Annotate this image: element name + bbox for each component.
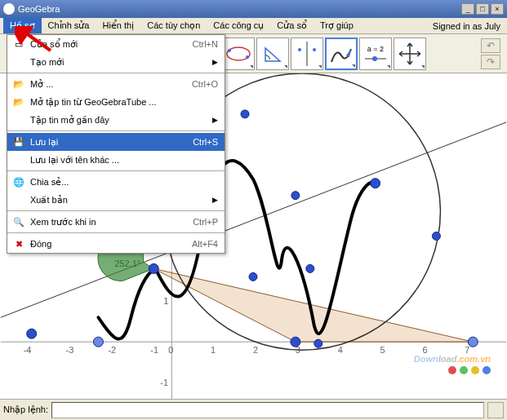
folder-open-icon: 📂 <box>11 95 27 108</box>
x-axis-ticks: -4 -3 -2 -1 0 1 2 3 4 5 6 7 <box>24 345 470 355</box>
svg-text:4: 4 <box>338 345 343 355</box>
input-bar: Nhập lệnh: <box>0 399 507 420</box>
input-help-button[interactable] <box>487 402 504 418</box>
menu-hienthi[interactable]: Hiển thị <box>96 18 140 33</box>
input-label: Nhập lệnh: <box>3 405 48 415</box>
svg-text:5: 5 <box>380 345 385 355</box>
redo-button[interactable]: ↷ <box>481 55 500 69</box>
menu-print-preview[interactable]: 🔍 Xem trước khi in Ctrl+P <box>7 213 225 231</box>
watermark: Download.com.vn <box>414 347 491 366</box>
svg-text:-2: -2 <box>108 345 116 355</box>
svg-text:-4: -4 <box>24 345 32 355</box>
point[interactable] <box>371 179 380 188</box>
svg-text:-3: -3 <box>66 345 74 355</box>
app-title: GeoGebra <box>18 4 60 14</box>
tool-conic[interactable] <box>222 38 255 70</box>
command-input[interactable] <box>51 402 484 418</box>
folder-open-icon: 📂 <box>11 77 27 91</box>
svg-text:0: 0 <box>168 345 173 355</box>
point[interactable] <box>314 339 322 347</box>
window-new-icon: ▭ <box>11 38 27 51</box>
menu-share[interactable]: 🌐 Chia sẻ... <box>7 173 225 191</box>
menu-congcu[interactable]: Các công cụ <box>207 18 270 33</box>
window-controls: _ □ × <box>461 3 504 15</box>
menu-separator <box>7 73 225 73</box>
angle-label: 252.1° <box>114 259 140 268</box>
preview-icon: 🔍 <box>11 215 27 228</box>
minimize-button[interactable]: _ <box>461 3 474 15</box>
watermark-dots <box>448 366 491 374</box>
svg-text:2: 2 <box>253 345 258 355</box>
tool-slider[interactable]: a = 2 <box>359 38 392 70</box>
submenu-arrow-icon: ▶ <box>212 58 221 66</box>
svg-text:1: 1 <box>211 345 216 355</box>
menu-new-window[interactable]: ▭ Cửa sổ mới Ctrl+N <box>7 35 225 53</box>
menu-save-as[interactable]: Lưu lại với tên khác ... <box>7 151 225 169</box>
point[interactable] <box>149 263 158 273</box>
tool-angle[interactable] <box>256 38 289 70</box>
point[interactable] <box>27 329 37 338</box>
svg-point-2 <box>246 55 249 59</box>
menu-export[interactable]: Xuất bản ▶ <box>7 191 225 209</box>
menu-open[interactable]: 📂 Mở ... Ctrl+O <box>7 75 225 93</box>
triangle-poly[interactable] <box>153 268 473 342</box>
menu-separator <box>7 210 225 211</box>
undo-button[interactable]: ↶ <box>481 38 500 53</box>
app-icon <box>3 3 15 15</box>
tool-freehand[interactable] <box>325 38 358 70</box>
menu-save[interactable]: 💾 Lưu lại Ctrl+S <box>7 133 225 151</box>
menu-hoso[interactable]: Hồ sơ <box>3 18 42 33</box>
point[interactable] <box>249 272 257 281</box>
point[interactable] <box>291 337 300 347</box>
save-icon: 💾 <box>11 135 27 148</box>
submenu-arrow-icon: ▶ <box>212 116 221 124</box>
svg-text:1: 1 <box>163 296 168 306</box>
tool-move-view[interactable] <box>394 38 426 70</box>
svg-point-5 <box>313 48 316 51</box>
close-button[interactable]: × <box>491 3 504 15</box>
menu-trogiup[interactable]: Trợ giúp <box>314 18 360 33</box>
point[interactable] <box>241 110 249 118</box>
point[interactable] <box>306 264 314 272</box>
submenu-arrow-icon: ▶ <box>212 196 221 204</box>
tool-reflect[interactable] <box>291 38 323 70</box>
titlebar: GeoGebra _ □ × <box>0 0 507 18</box>
svg-point-7 <box>372 56 377 61</box>
menu-separator <box>7 232 225 233</box>
point[interactable] <box>291 192 300 200</box>
svg-point-0 <box>227 47 250 60</box>
menu-close[interactable]: ✖ Đóng Alt+F4 <box>7 235 225 253</box>
share-icon: 🌐 <box>11 175 27 188</box>
menu-tuychon[interactable]: Các tùy chọn <box>140 18 207 33</box>
point[interactable] <box>432 232 440 241</box>
signed-in-label[interactable]: Signed in as July <box>433 21 507 31</box>
svg-text:-1: -1 <box>150 345 158 355</box>
menu-open-tube[interactable]: 📂 Mở tập tin từ GeoGebraTube ... <box>7 93 225 111</box>
menu-chinhsua[interactable]: Chỉnh sửa <box>42 18 96 33</box>
menu-cuaso[interactable]: Cửa sổ <box>270 18 314 33</box>
file-menu-dropdown: ▭ Cửa sổ mới Ctrl+N Tạo mới ▶ 📂 Mở ... C… <box>7 34 225 254</box>
svg-point-1 <box>228 49 231 52</box>
close-icon: ✖ <box>11 237 27 250</box>
svg-point-4 <box>298 48 301 51</box>
menu-new[interactable]: Tạo mới ▶ <box>7 53 225 71</box>
svg-text:-1: -1 <box>160 378 168 387</box>
menu-separator <box>7 130 225 131</box>
menubar: Hồ sơ Chỉnh sửa Hiển thị Các tùy chọn Cá… <box>0 18 507 34</box>
menu-recent[interactable]: Tập tin mở gần đây ▶ <box>7 111 225 129</box>
menu-separator <box>7 170 225 171</box>
point[interactable] <box>468 337 478 347</box>
point[interactable] <box>93 337 103 347</box>
maximize-button[interactable]: □ <box>476 3 489 15</box>
